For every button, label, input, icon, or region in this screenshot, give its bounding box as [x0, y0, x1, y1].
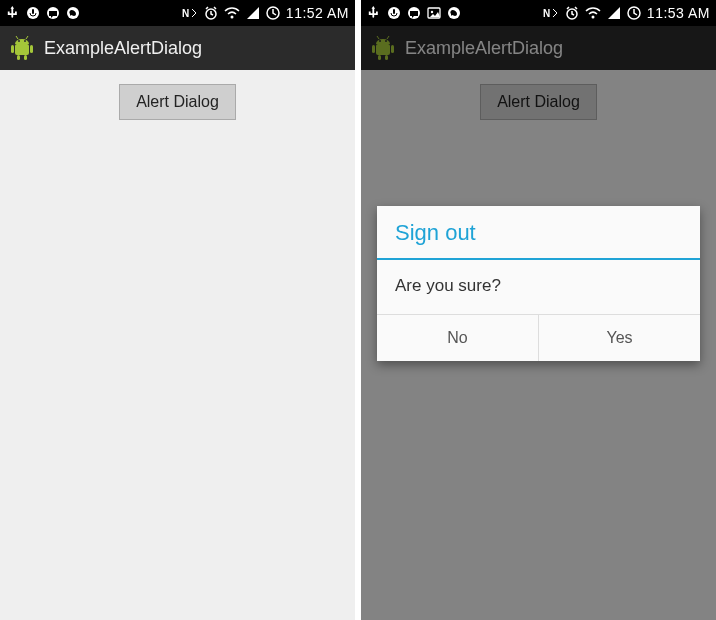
- svg-point-21: [431, 11, 433, 13]
- svg-rect-8: [15, 44, 29, 55]
- app-bar: ExampleAlertDialog: [0, 26, 355, 70]
- status-bar: N 11:53 AM: [361, 0, 716, 26]
- dialog-title: Sign out: [377, 206, 700, 260]
- clock-text: 11:52 AM: [286, 5, 349, 21]
- svg-point-14: [24, 40, 26, 42]
- dialog-message: Are you sure?: [377, 260, 700, 314]
- whatsapp-icon: [66, 6, 80, 20]
- signal-icon: [607, 6, 621, 20]
- svg-rect-10: [30, 45, 33, 53]
- alert-dialog-button[interactable]: Alert Dialog: [119, 84, 236, 120]
- signal-icon: [246, 6, 260, 20]
- voice-icon: [387, 6, 401, 20]
- chat-icon: [407, 6, 421, 20]
- svg-line-16: [26, 36, 28, 39]
- phone-screen-idle: N 11:52 AM ExampleAlertDialog Alert Dial…: [0, 0, 355, 620]
- android-robot-icon: [10, 35, 34, 61]
- battery-icon: [627, 6, 641, 20]
- svg-rect-18: [393, 9, 395, 14]
- svg-rect-1: [32, 9, 34, 14]
- svg-rect-12: [24, 55, 27, 60]
- svg-point-25: [591, 16, 594, 19]
- svg-text:N: N: [182, 8, 189, 19]
- voice-icon: [26, 6, 40, 20]
- wifi-icon: [224, 6, 240, 20]
- battery-icon: [266, 6, 280, 20]
- app-title: ExampleAlertDialog: [44, 38, 202, 59]
- usb-icon: [367, 6, 381, 20]
- modal-overlay[interactable]: Sign out Are you sure? No Yes: [361, 26, 716, 620]
- dialog-no-button[interactable]: No: [377, 315, 538, 361]
- svg-point-13: [18, 40, 20, 42]
- svg-rect-9: [11, 45, 14, 53]
- svg-text:N: N: [543, 8, 550, 19]
- whatsapp-icon: [447, 6, 461, 20]
- phone-screen-dialog: N 11:53 AM ExampleAlertDialog Alert Dial…: [361, 0, 716, 620]
- nfc-icon: N: [182, 6, 198, 20]
- status-bar: N 11:52 AM: [0, 0, 355, 26]
- dialog-yes-button[interactable]: Yes: [538, 315, 700, 361]
- image-icon: [427, 6, 441, 20]
- dialog-actions: No Yes: [377, 314, 700, 361]
- screen-content: Alert Dialog: [0, 70, 355, 620]
- alarm-icon: [204, 6, 218, 20]
- wifi-icon: [585, 6, 601, 20]
- svg-rect-11: [17, 55, 20, 60]
- alarm-icon: [565, 6, 579, 20]
- nfc-icon: N: [543, 6, 559, 20]
- chat-icon: [46, 6, 60, 20]
- alert-dialog: Sign out Are you sure? No Yes: [377, 206, 700, 361]
- clock-text: 11:53 AM: [647, 5, 710, 21]
- svg-line-15: [16, 36, 18, 39]
- usb-icon: [6, 6, 20, 20]
- svg-point-6: [230, 16, 233, 19]
